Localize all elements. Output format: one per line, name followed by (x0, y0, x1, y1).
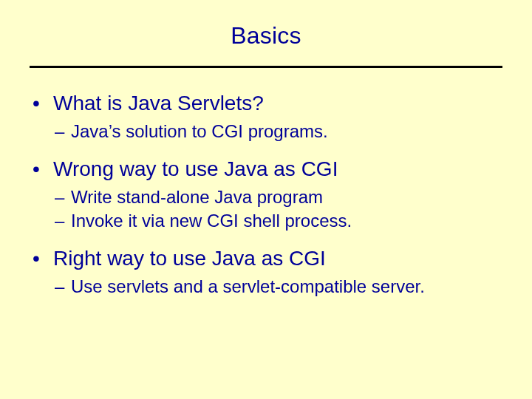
bullet-dash-icon: – (55, 120, 71, 143)
bullet-dot-icon: • (30, 90, 53, 116)
list-item: • What is Java Servlets? – Java’s soluti… (30, 90, 502, 143)
level2-bullet: – Invoke it via new CGI shell process. (55, 210, 502, 232)
level1-text: Right way to use Java as CGI (53, 245, 502, 271)
level2-text: Use servlets and a servlet-compatible se… (71, 276, 502, 298)
level2-text: Invoke it via new CGI shell process. (71, 210, 502, 232)
bullet-dash-icon: – (55, 186, 71, 208)
level2-text: Write stand-alone Java program (71, 186, 502, 208)
bullet-dot-icon: • (30, 156, 53, 182)
level2-bullet: – Write stand-alone Java program (55, 186, 502, 208)
level2-bullet: – Java’s solution to CGI programs. (55, 120, 502, 143)
bullet-dash-icon: – (55, 276, 71, 298)
level1-text: What is Java Servlets? (53, 90, 502, 116)
level1-bullet: • Right way to use Java as CGI (30, 245, 502, 271)
bullet-list: • What is Java Servlets? – Java’s soluti… (30, 90, 502, 298)
level1-text: Wrong way to use Java as CGI (53, 156, 502, 182)
level2-text: Java’s solution to CGI programs. (71, 120, 502, 143)
bullet-dash-icon: – (55, 210, 71, 232)
level1-bullet: • What is Java Servlets? (30, 90, 502, 116)
title-underline (30, 66, 502, 68)
level2-bullet: – Use servlets and a servlet-compatible … (55, 276, 502, 298)
slide-title: Basics (30, 22, 502, 50)
bullet-dot-icon: • (30, 245, 53, 271)
level1-bullet: • Wrong way to use Java as CGI (30, 156, 502, 182)
list-item: • Wrong way to use Java as CGI – Write s… (30, 156, 502, 232)
list-item: • Right way to use Java as CGI – Use ser… (30, 245, 502, 298)
